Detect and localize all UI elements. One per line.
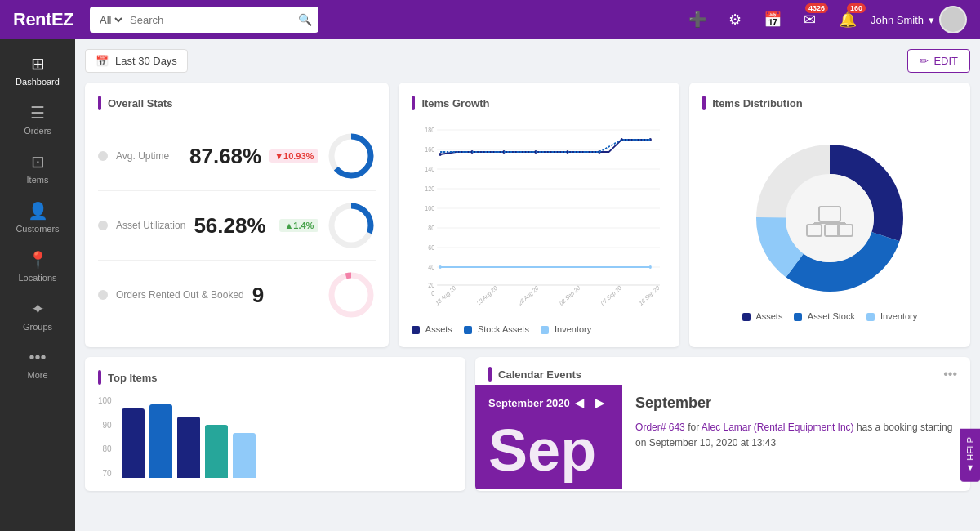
sidebar-label-groups: Groups [23,322,52,332]
calendar-month-year: September 2020 [488,397,570,409]
calendar-month-header: September 2020 ◀ ▶ [488,395,609,411]
svg-text:100: 100 [425,204,435,212]
nav-icons: ➕ ⚙ 📅 ✉ 4326 🔔 160 [684,7,861,33]
top-navigation: RentEZ All 🔍 ➕ ⚙ 📅 ✉ 4326 🔔 160 John Smi… [0,0,980,39]
stat-label-util: Asset Utilization [116,220,185,231]
svg-text:20: 20 [429,281,435,289]
calendar-more-button[interactable]: ••• [943,367,957,382]
svg-point-45 [786,174,874,262]
help-label: HELP [965,437,975,461]
distribution-donut-wrap: Assets Asset Stock Inventory [702,122,957,328]
user-dropdown-icon: ▾ [929,14,934,26]
svg-text:60: 60 [429,243,435,252]
stat-value-util: 56.28% [194,213,271,239]
items-growth-legend: Assets Stock Assets Inventory [412,324,666,334]
user-menu[interactable]: John Smith ▾ [871,6,967,33]
main-content: 📅 Last 30 Days ✏ EDIT Overall Stats Avg.… [75,39,980,531]
event-text: Order# 643 for Alec Lamar (Rental Equipm… [635,420,957,451]
distribution-legend: Assets Asset Stock Inventory [742,311,917,321]
calendar-nav: ◀ ▶ [570,395,609,411]
svg-point-33 [439,266,442,269]
stat-value-uptime: 87.68% [189,144,261,169]
sidebar-item-orders[interactable]: ☰ Orders [0,95,75,144]
search-bar[interactable]: All 🔍 [90,7,318,33]
edit-button[interactable]: ✏ EDIT [907,49,970,73]
svg-text:23 Aug 20: 23 Aug 20 [476,284,498,307]
bottom-cards-row: Top Items 100 90 80 70 [85,357,970,491]
legend-stock-assets: Stock Assets [464,324,529,334]
edit-label: EDIT [933,55,958,67]
svg-text:0: 0 [432,289,435,297]
mail-button[interactable]: ✉ 4326 [797,7,823,33]
sidebar-item-more[interactable]: ••• More [0,340,75,388]
customers-icon: 👤 [28,201,48,221]
svg-text:160: 160 [425,145,435,154]
stat-row-avg-uptime: Avg. Uptime 87.68% ▼10.93% [98,122,376,191]
calendar-month-col: September 2020 ◀ ▶ Sep [475,385,622,489]
bar-3 [177,417,200,478]
title-accent-bar [98,96,101,110]
sidebar-item-customers[interactable]: 👤 Customers [0,193,75,242]
stat-indicator-uptime [98,151,108,161]
sidebar-label-locations: Locations [18,273,56,283]
legend-dist-asset-stock: Asset Stock [794,311,855,321]
sidebar-label-customers: Customers [16,224,59,234]
stat-label-orders: Orders Rented Out & Booked [116,289,244,301]
top-items-chart-area: 100 90 80 70 [98,396,452,478]
legend-dist-assets: Assets [742,311,782,321]
sidebar-item-items[interactable]: ⊡ Items [0,144,75,193]
items-growth-title: Items Growth [412,96,666,110]
bar-chart [118,396,452,478]
event-person-link[interactable]: Alec Lamar (Rental Equipment Inc) [702,422,854,433]
svg-text:16 Sep 20: 16 Sep 20 [639,284,661,307]
svg-text:140: 140 [425,165,435,173]
add-button[interactable]: ➕ [684,7,710,33]
calendar-prev-button[interactable]: ◀ [570,395,589,411]
calendar-events-col: September Order# 643 for Alec Lamar (Ren… [622,385,970,489]
bar-2 [149,404,172,478]
notifications-button[interactable]: 🔔 160 [835,7,861,33]
overall-stats-title: Overall Stats [98,96,376,110]
bar-y-labels: 100 90 80 70 [98,396,115,478]
items-distribution-title: Items Distribution [702,96,957,110]
sidebar-item-dashboard[interactable]: ⊞ Dashboard [0,46,75,95]
title-accent-bar-3 [702,96,706,110]
search-filter[interactable]: All [96,13,125,27]
svg-text:18 Aug 20: 18 Aug 20 [435,284,457,307]
svg-text:02 Sep 20: 02 Sep 20 [559,284,581,307]
bar-1 [122,408,145,478]
svg-point-34 [649,266,652,269]
calendar-button[interactable]: 📅 [760,7,786,33]
notification-badge: 160 [847,3,866,13]
svg-text:07 Sep 20: 07 Sep 20 [600,284,622,307]
dashboard-icon: ⊞ [31,54,45,74]
svg-text:120: 120 [425,185,435,193]
calendar-content: September 2020 ◀ ▶ Sep September Order# … [475,385,970,489]
stat-indicator-orders [98,290,108,300]
stat-value-orders: 9 [252,283,319,308]
calendar-next-button[interactable]: ▶ [590,395,609,411]
calendar-icon: 📅 [96,55,109,67]
calendar-events-card: Calendar Events ••• September 2020 ◀ ▶ S… [475,357,970,491]
settings-button[interactable]: ⚙ [722,7,748,33]
edit-icon: ✏ [920,55,929,67]
orders-icon: ☰ [30,103,45,123]
search-input[interactable] [130,14,293,26]
help-button[interactable]: ▲ HELP [960,429,980,482]
date-range-picker[interactable]: 📅 Last 30 Days [85,49,188,73]
stat-ring-orders [327,270,376,319]
sidebar-item-locations[interactable]: 📍 Locations [0,242,75,291]
event-for: for [688,422,699,433]
legend-assets: Assets [412,324,452,334]
stat-ring-util [327,201,376,250]
title-accent-bar-4 [98,370,101,385]
svg-point-4 [332,275,371,315]
sidebar-item-groups[interactable]: ✦ Groups [0,291,75,340]
brand-logo: RentEZ [13,9,74,30]
event-order-link[interactable]: Order# 643 [635,422,685,433]
avatar [939,6,967,33]
sidebar-label-orders: Orders [24,126,51,136]
stat-label-uptime: Avg. Uptime [116,150,181,162]
items-distribution-card: Items Distribution [689,83,970,347]
svg-text:180: 180 [425,126,435,134]
